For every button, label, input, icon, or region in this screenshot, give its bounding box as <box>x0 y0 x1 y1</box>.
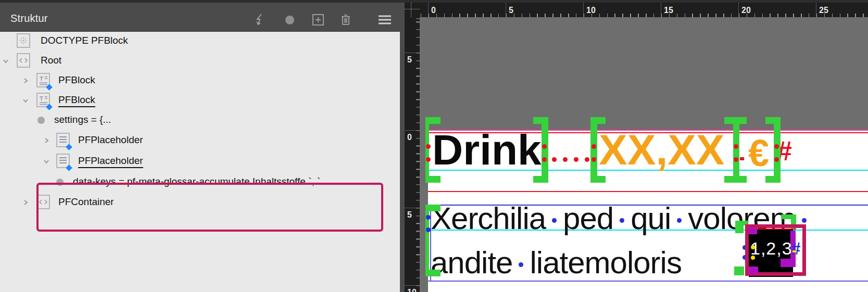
tag-marker-dot <box>592 157 596 162</box>
space-marker-dot <box>552 218 557 223</box>
inline-frame-handle[interactable] <box>734 266 744 275</box>
frame-corner-accent <box>749 266 758 274</box>
frame-handle-stub[interactable] <box>765 176 781 183</box>
space-marker-dot <box>620 218 624 223</box>
vruler-label: 0 <box>407 133 412 142</box>
space-marker-dot <box>677 218 682 223</box>
tag-marker-dot <box>542 157 547 162</box>
placeholder-text-currency[interactable]: € <box>748 134 769 172</box>
panel-menu-icon[interactable] <box>378 12 392 27</box>
chevron-right-icon[interactable] <box>43 137 50 144</box>
element-angle-icon <box>17 53 30 68</box>
application-window: Struktur DOCTYPE PFBlock <box>0 0 868 292</box>
frame-handle-stub[interactable] <box>425 270 441 276</box>
tree-row-root[interactable]: Root <box>0 50 400 71</box>
chevron-down-icon[interactable] <box>2 57 9 65</box>
frame-handle-stub[interactable] <box>425 205 441 211</box>
lines-element-icon <box>56 133 70 147</box>
space-marker-dot <box>519 262 523 267</box>
vertical-ruler-ticks <box>416 17 420 292</box>
tag-marker-dot <box>774 144 779 149</box>
frame-handle-stub[interactable] <box>533 117 548 124</box>
horizontal-ruler-ticks <box>420 14 868 17</box>
tag-marker-dot <box>426 215 431 220</box>
chevron-right-icon[interactable] <box>22 199 29 206</box>
anchored-object-marker: # <box>791 240 800 257</box>
tag-marker-dot <box>774 157 779 162</box>
tag-marker-dot <box>426 227 431 232</box>
attribute-bullet-icon <box>37 117 45 124</box>
frame-handle-close-bar[interactable] <box>542 117 548 183</box>
vruler-label: 10 <box>407 288 417 292</box>
tree-row-pfplaceholder-2[interactable]: PFPlaceholder <box>0 151 400 171</box>
chevron-down-icon[interactable] <box>43 158 50 165</box>
placeholder-text-price[interactable]: XX,XX <box>599 129 725 171</box>
tag-marker-dash <box>740 157 744 160</box>
chevron-down-icon[interactable] <box>22 97 29 104</box>
ruler-origin-corner[interactable] <box>405 3 420 17</box>
frame-handle-close-bar[interactable] <box>774 117 781 183</box>
tree-label: DOCTYPE PFBlock <box>41 35 128 46</box>
status-dot-icon[interactable] <box>282 12 297 27</box>
tree-label-selected: PFPlaceholder <box>78 155 143 168</box>
new-element-icon[interactable] <box>311 12 325 27</box>
inline-frame-handle[interactable] <box>735 225 744 233</box>
tree-label: settings = {... <box>54 114 111 125</box>
tree-label-selected: PFBlock <box>58 94 95 107</box>
panel-divider <box>400 31 405 292</box>
vruler-label: 5 <box>407 210 412 220</box>
tag-marker-dot <box>542 144 547 149</box>
body-text-line-2[interactable]: anditeliatemoloris <box>431 247 682 278</box>
frame-handle-stub[interactable] <box>533 176 548 183</box>
word: liatemoloris <box>530 245 681 280</box>
tree-row-pfblock-2[interactable]: PFBlock <box>0 90 400 110</box>
tag-marker-dot <box>426 157 431 162</box>
frame-handle-serif[interactable] <box>724 176 747 183</box>
frame-handle-open-bar[interactable] <box>590 117 597 183</box>
frame-top-guide <box>756 228 796 230</box>
chevron-right-icon[interactable] <box>22 77 29 84</box>
glossary-number-text[interactable]: 1,2,3 <box>750 239 792 257</box>
lines-element-icon <box>56 154 70 168</box>
tag-marker-dot <box>592 144 596 149</box>
word: ped <box>563 201 613 236</box>
word: Xerchilia <box>431 201 546 236</box>
marker-dot-yellow <box>751 256 755 260</box>
tree-label: PFBlock <box>58 74 95 86</box>
leader-dot <box>585 157 589 162</box>
tag-marker-dot <box>426 144 431 149</box>
tree-row-doctype-pfblock[interactable]: DOCTYPE PFBlock <box>0 31 400 51</box>
frame-handle-stub[interactable] <box>425 176 441 183</box>
guide-red-frame-bottom <box>428 191 868 192</box>
marker-dot-yellow <box>751 245 755 249</box>
panel-title: Struktur <box>10 12 48 24</box>
trash-icon[interactable] <box>338 12 353 27</box>
frame-handle-ibeam-bar[interactable] <box>733 117 739 183</box>
vruler-label: 5 <box>407 55 412 65</box>
doctype-icon <box>17 33 30 48</box>
tree-label: PFPlaceholder <box>78 134 143 146</box>
word: qui <box>631 201 671 236</box>
frame-handle-stub[interactable] <box>590 176 606 183</box>
tree-row-pfblock-1[interactable]: PFBlock <box>0 70 400 91</box>
guide-purple-frame-bottom <box>428 281 868 282</box>
space-marker-dot <box>802 218 807 223</box>
structure-panel-header: Struktur <box>0 3 405 31</box>
tag-marker-dot <box>734 144 738 149</box>
tree-row-pfplaceholder-1[interactable]: PFPlaceholder <box>0 130 400 150</box>
frame-handle-serif[interactable] <box>724 117 747 124</box>
tag-marker-dot <box>734 157 738 162</box>
tree-label: Root <box>41 55 61 66</box>
xml-selection-box <box>36 183 383 232</box>
leader-dot <box>574 157 578 162</box>
structure-tree: DOCTYPE PFBlock Root PFBlock <box>0 31 400 292</box>
frame-handle-stub[interactable] <box>590 117 606 124</box>
frame-handle-stub[interactable] <box>425 117 441 124</box>
placeholder-text-drink[interactable]: Drink <box>432 129 542 171</box>
map-tags-flash-icon[interactable] <box>253 12 268 27</box>
frame-handle-left-bar[interactable] <box>425 117 429 183</box>
tree-row-settings-attribute[interactable]: settings = {... <box>0 110 400 130</box>
frame-handle-stub[interactable] <box>765 117 781 124</box>
frame-corner-accent <box>781 259 796 267</box>
marker-dash-yellow <box>792 250 797 252</box>
